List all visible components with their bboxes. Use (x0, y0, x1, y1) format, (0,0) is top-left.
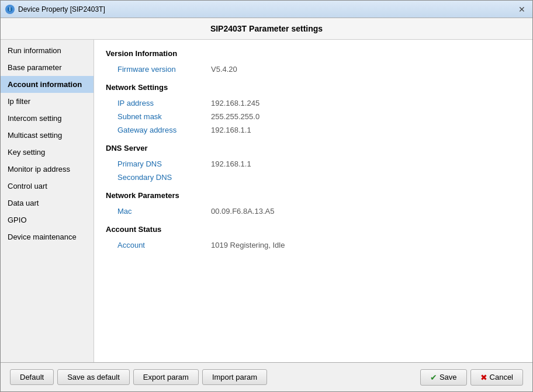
sidebar-item-account-information[interactable]: Account information (1, 76, 94, 93)
param-row: Mac00.09.F6.8A.13.A5 (106, 204, 521, 218)
footer-left: DefaultSave as defaultExport paramImport… (10, 369, 267, 385)
param-value: 1019 Registering, Idle (211, 241, 285, 249)
device-property-window: i Device Property [SIP2403T] ✕ SIP2403T … (0, 0, 533, 392)
window-icon: i (5, 5, 15, 14)
param-label: Secondary DNS (117, 173, 211, 182)
export-param-button[interactable]: Export param (133, 369, 199, 385)
param-value: V5.4.20 (211, 65, 237, 74)
sidebar-item-gpio[interactable]: GPIO (1, 211, 94, 228)
content-area: Run informationBase parameterAccount inf… (1, 40, 532, 362)
titlebar: i Device Property [SIP2403T] ✕ (1, 1, 532, 18)
main-content: Version InformationFirmware versionV5.4.… (94, 40, 532, 362)
param-label: Subnet mask (117, 112, 211, 121)
section-header-network-settings: Network Settings (106, 83, 521, 92)
sidebar-item-base-parameter[interactable]: Base parameter (1, 59, 94, 76)
sidebar-item-data-uart[interactable]: Data uart (1, 195, 94, 211)
import-param-button[interactable]: Import param (202, 369, 267, 385)
save-label: Save (439, 373, 457, 381)
param-row: Firmware versionV5.4.20 (106, 63, 521, 76)
param-row: Subnet mask255.255.255.0 (106, 110, 521, 123)
param-row: Gateway address192.168.1.1 (106, 123, 521, 137)
default-button[interactable]: Default (10, 369, 54, 385)
param-label: IP address (117, 99, 211, 107)
svg-text:i: i (9, 6, 11, 12)
section-header-dns-server: DNS Server (106, 144, 521, 152)
param-row: Account1019 Registering, Idle (106, 238, 521, 252)
dialog-header: SIP2403T Parameter settings (1, 18, 532, 40)
param-label: Gateway address (117, 126, 211, 134)
titlebar-left: i Device Property [SIP2403T] (5, 5, 105, 14)
cancel-x-icon: ✖ (480, 373, 487, 382)
cancel-button[interactable]: ✖ Cancel (470, 369, 523, 386)
param-row: Primary DNS192.168.1.1 (106, 157, 521, 171)
sidebar-item-key-setting[interactable]: Key setting (1, 144, 94, 161)
param-value: 192.168.1.1 (211, 159, 251, 168)
sidebar-item-ip-filter[interactable]: Ip filter (1, 93, 94, 110)
section-header-account-status: Account Status (106, 225, 521, 234)
window-title: Device Property [SIP2403T] (18, 5, 105, 13)
sidebar-item-monitor-ip-address[interactable]: Monitor ip address (1, 161, 94, 178)
footer: DefaultSave as defaultExport paramImport… (1, 362, 532, 391)
param-label: Primary DNS (117, 159, 211, 168)
sidebar-item-run-information[interactable]: Run information (1, 42, 94, 59)
param-value: 192.168.1.245 (211, 99, 259, 107)
sidebar-item-intercom-setting[interactable]: Intercom setting (1, 110, 94, 127)
sidebar-item-multicast-setting[interactable]: Multicast setting (1, 127, 94, 144)
sidebar-item-device-maintenance[interactable]: Device maintenance (1, 228, 94, 245)
param-label: Account (117, 241, 211, 249)
close-button[interactable]: ✕ (516, 4, 528, 15)
sidebar-item-control-uart[interactable]: Control uart (1, 178, 94, 195)
param-value: 255.255.255.0 (211, 112, 259, 121)
section-header-network-parameters: Network Parameters (106, 191, 521, 200)
save-button[interactable]: ✔ Save (420, 369, 467, 386)
param-value: 192.168.1.1 (211, 126, 251, 134)
footer-right: ✔ Save ✖ Cancel (420, 369, 523, 386)
param-value: 00.09.F6.8A.13.A5 (211, 207, 274, 216)
cancel-label: Cancel (490, 373, 513, 381)
param-label: Mac (117, 207, 211, 216)
param-row: IP address192.168.1.245 (106, 96, 521, 110)
param-row: Secondary DNS (106, 171, 521, 184)
save-as-default-button[interactable]: Save as default (57, 369, 130, 385)
save-check-icon: ✔ (430, 373, 437, 382)
param-label: Firmware version (117, 65, 211, 74)
section-header-version-information: Version Information (106, 49, 521, 58)
sidebar: Run informationBase parameterAccount inf… (1, 40, 94, 362)
